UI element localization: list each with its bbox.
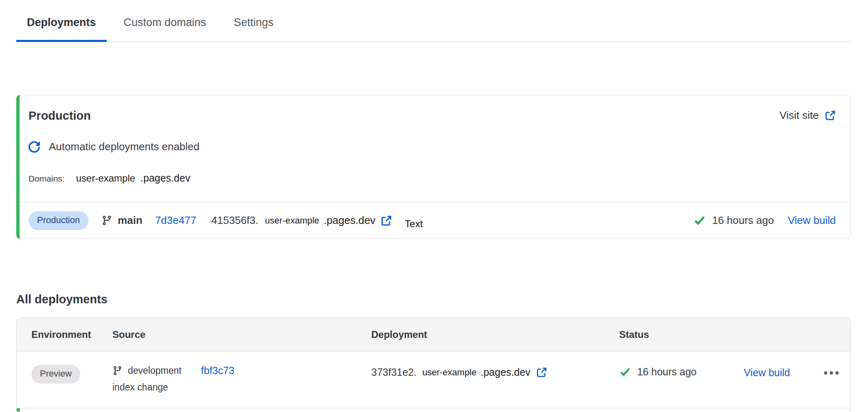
auto-deployments-text: Automatic deployments enabled (49, 140, 199, 153)
column-header-deployment: Deployment (357, 329, 605, 340)
domain-suffix: .pages.dev (140, 172, 190, 184)
production-card: Production Visit site Automatic deploym (16, 95, 851, 239)
tab-bar: Deployments Custom domains Settings (16, 0, 851, 42)
domains-label: Domains: (28, 174, 65, 184)
visit-site-label: Visit site (780, 109, 819, 122)
column-header-source: Source (98, 329, 357, 340)
check-icon (619, 366, 631, 378)
git-branch-icon (112, 366, 123, 376)
check-icon (693, 214, 706, 227)
commit-message: index change (112, 382, 357, 393)
environment-badge-preview: Preview (31, 365, 80, 384)
ellipsis-menu-icon[interactable] (824, 365, 839, 375)
deployment-external-link[interactable] (381, 215, 392, 226)
tab-custom-domains[interactable]: Custom domains (113, 11, 217, 42)
tab-deployments[interactable]: Deployments (16, 11, 107, 42)
commit-link[interactable]: 7d3e477 (155, 214, 196, 227)
column-header-status: Status (605, 329, 729, 340)
external-link-icon (381, 215, 392, 226)
deployment-url-suffix: .pages.dev (481, 366, 530, 378)
cell-action: View build (729, 365, 809, 379)
branch-name: main (118, 214, 142, 227)
deployment-time: 16 hours ago (712, 214, 774, 227)
domain-name: user-example (76, 173, 135, 184)
production-title: Production (28, 109, 91, 123)
cell-environment: Preview (17, 365, 98, 384)
cell-source: development fbf3c73 index change (98, 365, 357, 393)
refresh-icon (28, 141, 40, 153)
commit-link[interactable]: fbf3c73 (201, 365, 235, 377)
external-link-icon (825, 110, 836, 121)
table-row: Preview development fbf3c73 index change… (17, 351, 850, 408)
cell-menu (809, 365, 850, 376)
production-card-top: Production Visit site Automatic deploym (20, 95, 850, 202)
deployment-url-hash: 373f31e2. (371, 366, 416, 378)
deployments-table: Environment Source Deployment Status Pre… (16, 318, 851, 412)
view-build-link[interactable]: View build (744, 365, 790, 379)
text-annotation: Text (405, 218, 423, 230)
next-row-partial (17, 408, 850, 412)
production-deployment-row: Production main 7d3e477 415356f3. user-e… (20, 202, 850, 239)
deployment-url-hash: 415356f3. (211, 214, 259, 227)
cell-status: 16 hours ago (605, 365, 729, 378)
visit-site-link[interactable]: Visit site (780, 109, 836, 122)
deployment-url-name: user-example (422, 367, 476, 378)
column-header-environment: Environment (17, 329, 98, 340)
domains-row: Domains: user-example .pages.dev (28, 172, 836, 184)
cell-deployment: 373f31e2. user-example .pages.dev (357, 365, 605, 378)
deployment-time: 16 hours ago (637, 366, 697, 378)
deployment-url-name: user-example (265, 215, 319, 226)
deployment-external-link[interactable] (536, 367, 547, 378)
environment-badge-production: Production (28, 211, 88, 230)
deployment-url-suffix: .pages.dev (324, 214, 375, 227)
git-branch-icon (101, 215, 112, 226)
table-header-row: Environment Source Deployment Status (17, 318, 850, 351)
tab-settings[interactable]: Settings (223, 11, 284, 42)
view-build-link[interactable]: View build (788, 214, 836, 227)
external-link-icon (536, 367, 547, 378)
branch-name: development (128, 365, 182, 376)
all-deployments-heading: All deployments (16, 293, 868, 306)
